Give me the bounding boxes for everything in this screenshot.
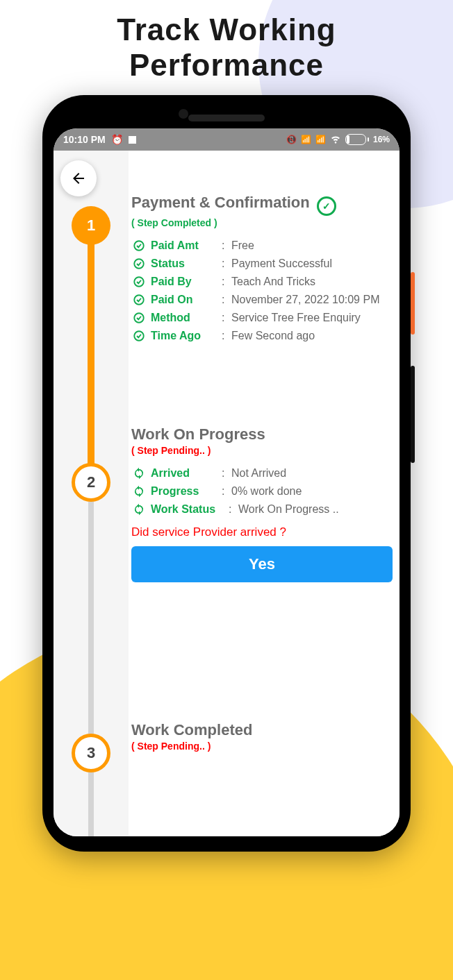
refresh-icon [131, 467, 147, 480]
row-time-ago: Time Ago : Few Second ago [131, 330, 393, 342]
no-sim-icon: 📵 [286, 135, 297, 144]
section-work-progress: Work On Progress ( Step Pending.. ) Arri… [129, 425, 393, 582]
sec1-subtitle: ( Step Completed ) [131, 217, 393, 228]
signal-icon-2: 📶 [315, 135, 326, 144]
app-body: 1 2 3 Payment & Confirmation ( Step Comp… [53, 151, 400, 836]
check-icon [131, 330, 147, 342]
sec2-subtitle: ( Step Pending.. ) [131, 445, 393, 456]
phone-frame: 10:10 PM ⏰ 📵 📶 📶 16% [42, 95, 411, 852]
row-status: Status : Payment Successful [131, 257, 393, 270]
side-button-power [411, 272, 415, 335]
step-dot-2: 2 [72, 463, 110, 502]
promo-title: Track Working Performance [0, 12, 453, 83]
battery-percent: 16% [373, 135, 390, 144]
sec3-subtitle: ( Step Pending.. ) [131, 741, 393, 752]
row-work-status: Work Status : Work On Progress .. [131, 503, 393, 516]
timeline: 1 2 3 [53, 151, 129, 836]
wifi-icon [330, 133, 341, 146]
square-icon [129, 136, 136, 144]
statusbar: 10:10 PM ⏰ 📵 📶 📶 16% [53, 128, 400, 151]
refresh-icon [131, 503, 147, 516]
back-button[interactable] [60, 160, 97, 196]
arrived-question: Did service Provider arrived ? [131, 525, 393, 539]
check-icon [131, 239, 147, 252]
check-icon [131, 294, 147, 306]
statusbar-time: 10:10 PM [63, 134, 106, 145]
row-paid-by: Paid By : Teach And Tricks [131, 276, 393, 288]
sec2-title: Work On Progress [131, 425, 265, 443]
row-paid-on: Paid On : November 27, 2022 10:09 PM [131, 294, 393, 306]
step-dot-3: 3 [72, 734, 110, 772]
row-method: Method : Service Tree Free Enquiry [131, 312, 393, 324]
refresh-icon [131, 485, 147, 498]
promo-title-line1: Track Working [117, 12, 336, 47]
row-paid-amt: Paid Amt : Free [131, 239, 393, 252]
phone-screen: 10:10 PM ⏰ 📵 📶 📶 16% [53, 128, 400, 836]
battery-icon [345, 134, 369, 145]
sec3-title: Work Completed [131, 721, 252, 739]
promo-title-line2: Performance [129, 48, 324, 82]
timeline-line-completed [88, 241, 94, 467]
section-payment-confirmation: Payment & Confirmation ( Step Completed … [129, 194, 393, 342]
signal-icon-1: 📶 [301, 135, 311, 144]
check-icon [131, 312, 147, 324]
check-circle-icon [317, 196, 336, 216]
yes-button[interactable]: Yes [131, 546, 393, 582]
sec1-title: Payment & Confirmation [131, 194, 310, 212]
row-progress: Progress : 0% work done [131, 485, 393, 498]
alarm-icon: ⏰ [111, 134, 123, 145]
content[interactable]: Payment & Confirmation ( Step Completed … [129, 151, 400, 836]
row-arrived: Arrived : Not Arrived [131, 467, 393, 480]
arrow-left-icon [70, 170, 87, 187]
timeline-line-pending [88, 498, 94, 836]
check-icon [131, 276, 147, 288]
check-icon [131, 257, 147, 270]
section-work-completed: Work Completed ( Step Pending.. ) [129, 721, 393, 752]
side-button-volume [411, 366, 415, 463]
step-dot-1: 1 [72, 206, 110, 245]
